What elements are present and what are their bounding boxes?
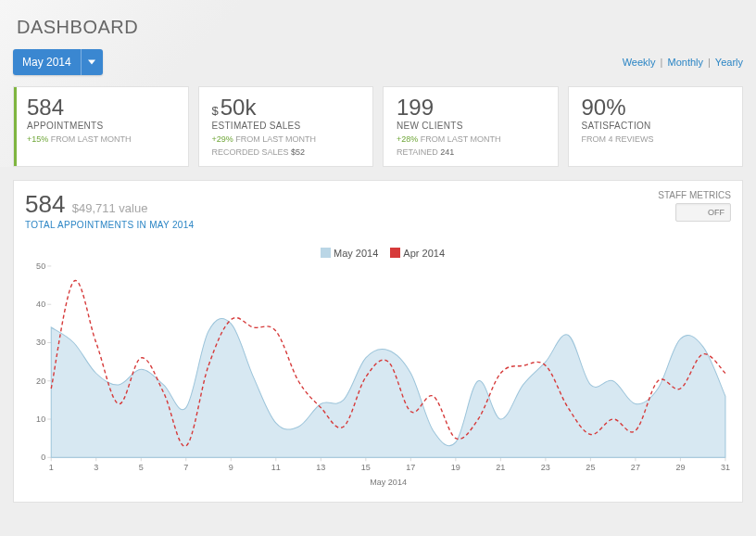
- panel-value: $49,711 value: [72, 201, 148, 215]
- svg-text:7: 7: [183, 463, 188, 472]
- sales-prefix: $: [212, 104, 219, 118]
- page-title: DASHBOARD: [0, 0, 756, 49]
- sales-label: ESTIMATED SALES: [212, 121, 362, 131]
- svg-text:1: 1: [49, 463, 54, 472]
- legend-label-b: Apr 2014: [403, 248, 445, 259]
- svg-text:30: 30: [36, 338, 45, 348]
- card-accent: [14, 87, 17, 166]
- svg-text:9: 9: [229, 463, 233, 472]
- clients-value: 199: [397, 96, 547, 119]
- svg-text:13: 13: [316, 463, 325, 472]
- sales-extra: RECORDED SALES $52: [212, 147, 362, 157]
- sales-value: 50k: [220, 95, 257, 120]
- chart-legend: May 2014 Apr 2014: [23, 248, 733, 259]
- range-links: Weekly | Monthly | Yearly: [623, 57, 743, 68]
- svg-text:19: 19: [451, 463, 460, 472]
- clients-sub: +28% FROM LAST MONTH: [397, 134, 547, 144]
- satisfaction-label: SATISFACTION: [582, 121, 732, 131]
- svg-text:May 2014: May 2014: [370, 478, 407, 487]
- range-weekly-link[interactable]: Weekly: [623, 57, 656, 68]
- satisfaction-sub: FROM 4 REVIEWS: [582, 134, 732, 144]
- panel-caption: TOTAL APPOINTMENTS IN MAY 2014: [25, 220, 194, 230]
- period-dropdown-label: May 2014: [13, 56, 81, 69]
- svg-text:29: 29: [675, 463, 685, 472]
- chevron-down-icon: [81, 49, 103, 75]
- svg-text:17: 17: [406, 463, 415, 472]
- clients-label: NEW CLIENTS: [397, 121, 547, 131]
- legend-label-a: May 2014: [334, 248, 378, 259]
- legend-swatch-b: [390, 248, 400, 258]
- svg-text:10: 10: [36, 415, 45, 424]
- staff-metrics-toggle[interactable]: OFF: [675, 203, 731, 222]
- satisfaction-value: 90%: [582, 96, 732, 119]
- staff-metrics-label: STAFF METRICS: [658, 190, 731, 200]
- range-monthly-link[interactable]: Monthly: [668, 57, 704, 68]
- svg-text:27: 27: [631, 463, 640, 472]
- card-appointments[interactable]: 584 APPOINTMENTS +15% FROM LAST MONTH: [13, 86, 189, 167]
- card-sales[interactable]: $50k ESTIMATED SALES +29% FROM LAST MONT…: [198, 86, 374, 167]
- svg-text:0: 0: [41, 453, 45, 462]
- clients-extra: RETAINED 241: [397, 147, 547, 157]
- appointments-sub: +15% FROM LAST MONTH: [27, 134, 177, 144]
- svg-text:50: 50: [36, 262, 45, 271]
- chart-panel: 584 $49,711 value TOTAL APPOINTMENTS IN …: [13, 180, 743, 503]
- svg-text:31: 31: [721, 463, 730, 472]
- card-clients[interactable]: 199 NEW CLIENTS +28% FROM LAST MONTH RET…: [383, 86, 559, 167]
- panel-count: 584: [25, 190, 65, 219]
- svg-text:21: 21: [496, 463, 505, 472]
- svg-text:20: 20: [36, 376, 45, 386]
- sales-sub: +29% FROM LAST MONTH: [212, 134, 362, 144]
- svg-text:40: 40: [36, 300, 45, 309]
- appointments-value: 584: [27, 96, 177, 119]
- range-yearly-link[interactable]: Yearly: [715, 57, 743, 68]
- svg-text:3: 3: [94, 463, 98, 472]
- svg-text:15: 15: [361, 463, 371, 472]
- staff-metrics-state: OFF: [708, 208, 724, 217]
- svg-text:5: 5: [139, 463, 144, 472]
- appointments-chart: 01020304050135791113151719212325272931Ma…: [23, 261, 733, 489]
- svg-text:25: 25: [586, 463, 595, 472]
- legend-swatch-a: [321, 248, 331, 258]
- period-dropdown[interactable]: May 2014: [13, 49, 103, 75]
- card-satisfaction[interactable]: 90% SATISFACTION FROM 4 REVIEWS: [568, 86, 744, 167]
- svg-text:23: 23: [541, 463, 550, 472]
- appointments-label: APPOINTMENTS: [27, 121, 177, 131]
- svg-text:11: 11: [271, 463, 281, 472]
